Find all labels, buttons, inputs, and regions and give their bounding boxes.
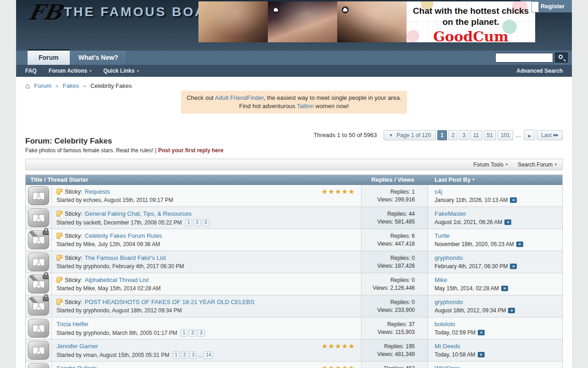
forum-description: Fake photos of famous female stars. Read… — [25, 147, 563, 154]
ad-text-panel[interactable]: Chat with the hottest chicks on the plan… — [407, 1, 535, 42]
thread-title-link[interactable]: Jennifer Garner — [57, 343, 98, 350]
column-header-lastpost[interactable]: Last Post By▾ — [428, 176, 562, 183]
thread-page-button-1[interactable]: 1 — [185, 219, 192, 226]
thread-title-link[interactable]: The Famous Board Fakir's List — [85, 254, 166, 261]
last-post-date: November 19th, 2020, 05:23 AM — [435, 241, 514, 248]
envelope-icon — [28, 253, 49, 271]
page-button-1[interactable]: 1 — [437, 130, 447, 140]
go-to-last-post-icon[interactable]: » — [516, 242, 523, 247]
sticky-note-icon — [57, 233, 62, 239]
chevron-down-icon: ▾ — [506, 162, 508, 167]
thread-title-link[interactable]: General Faking Chat, Tips, & Resources — [85, 210, 192, 217]
site-header: FB THE FAMOUS BOARD Chat with the hottes… — [16, 0, 572, 51]
last-post-user-link[interactable]: gryphondo — [435, 299, 463, 306]
last-post-user-link[interactable]: c4j — [435, 188, 442, 196]
last-post-user-link[interactable]: Mr.Deeds — [435, 343, 460, 350]
thread-table: Title / Thread Starter Replies / Views L… — [25, 174, 563, 368]
envelope-icon — [28, 363, 49, 368]
ad-line-1: Chat with the hottest chicks — [407, 6, 535, 17]
tab-whats-new[interactable]: What's New? — [70, 51, 127, 65]
thread-page-button-2[interactable]: 2 — [193, 219, 201, 226]
forum-tools-menu[interactable]: Forum Tools▾ — [473, 161, 508, 168]
nav-forum-actions[interactable]: Forum Actions▾ — [49, 68, 91, 74]
city-link[interactable]: Tallinn — [297, 103, 314, 109]
thread-page-button-2[interactable]: 2 — [189, 329, 196, 337]
thread-page-button-3[interactable]: 3 — [198, 329, 205, 337]
tab-forum[interactable]: Forum — [28, 49, 70, 65]
adult-friendfinder-link[interactable]: Adult FriendFinder — [215, 94, 264, 101]
thread-title-link[interactable]: Sandra Bullock — [57, 365, 96, 368]
page-button-101[interactable]: 101 — [498, 130, 513, 140]
thread-title-link[interactable]: Celebrity Fakes Forum Rules — [85, 232, 162, 239]
column-header-title[interactable]: Title / Thread Starter — [26, 176, 362, 183]
envelope-icon — [28, 297, 49, 316]
thread-replies: Replies: 0 — [362, 254, 415, 262]
post-first-reply-link[interactable]: Post your first reply here — [158, 147, 223, 154]
page-button-3[interactable]: 3 — [459, 130, 469, 140]
thread-replies: Replies: 0 — [362, 299, 415, 306]
thread-page-button-3[interactable]: 3 — [202, 219, 209, 226]
thread-page-button-1[interactable]: 1 — [173, 351, 180, 359]
table-row: Sticky: Alphabetical Thread List Started… — [26, 273, 562, 295]
thread-views: Views: 581,485 — [362, 218, 415, 226]
sticky-note-icon — [57, 277, 62, 283]
thread-page-button-14[interactable]: 14 — [204, 351, 213, 359]
page-button-51[interactable]: 51 — [484, 130, 496, 140]
search-input[interactable] — [495, 53, 553, 63]
nav-faq[interactable]: FAQ — [25, 68, 37, 74]
envelope-icon — [28, 186, 49, 205]
go-to-last-post-icon[interactable]: » — [478, 352, 485, 357]
site-logo[interactable]: FB — [26, 0, 64, 25]
login-field-stub[interactable] — [531, 1, 539, 12]
thread-title-link[interactable]: POST HEADSHOTS OF FAKES OF 18-21 YEAR OL… — [85, 299, 254, 305]
threads-info: Threads 1 to 50 of 5963 — [313, 132, 377, 138]
thread-page-button-2[interactable]: 2 — [181, 351, 188, 359]
ad-photo-1[interactable] — [198, 1, 268, 42]
breadcrumb-forum[interactable]: Forum — [34, 82, 51, 89]
thread-started-by: Started by sackett, December 17th, 2008 … — [57, 219, 182, 226]
search-forum-menu[interactable]: Search Forum▾ — [518, 161, 557, 168]
go-to-last-post-icon[interactable]: » — [508, 308, 515, 313]
ad-photo-3[interactable] — [337, 1, 407, 42]
last-post-user-link[interactable]: Mike — [435, 276, 447, 284]
thread-page-button-3[interactable]: 3 — [190, 351, 197, 359]
forum-page: FB THE FAMOUS BOARD Chat with the hottes… — [16, 0, 572, 368]
breadcrumb-separator-icon: » — [56, 83, 59, 89]
thread-replies: Replies: 0 — [362, 276, 415, 284]
last-post-user-link[interactable]: Turtle — [435, 232, 450, 240]
envelope-icon — [28, 319, 49, 338]
content: ⌂ Forum » Fakes » Celebrity Fakes Check … — [16, 82, 572, 368]
search-button[interactable] — [555, 52, 568, 63]
last-page-button[interactable]: Last▶▶ — [537, 130, 563, 140]
last-post-user-link[interactable]: WikiStars — [435, 365, 460, 368]
column-header-replies[interactable]: Replies / Views — [362, 176, 428, 183]
page-button-2[interactable]: 2 — [448, 130, 458, 140]
go-to-last-post-icon[interactable]: » — [504, 219, 511, 225]
page-selector-dropdown[interactable]: ▼Page 1 of 120 — [384, 130, 436, 140]
rating-stars-icon: ★★★★★ — [322, 343, 356, 350]
go-to-last-post-icon[interactable]: » — [510, 197, 517, 203]
thread-title-link[interactable]: Tricia Helfer — [57, 321, 89, 328]
last-post-user-link[interactable]: FakeMaster — [435, 210, 466, 218]
home-icon[interactable]: ⌂ — [25, 83, 30, 89]
next-page-button[interactable]: ▶ — [524, 130, 535, 140]
last-post-user-link[interactable]: gryphondo — [435, 254, 463, 262]
last-post-user-link[interactable]: bolololo — [435, 321, 455, 328]
go-to-last-post-icon[interactable]: » — [510, 264, 517, 269]
breadcrumb-fakes[interactable]: Fakes — [63, 82, 79, 89]
ad-photo-2[interactable] — [268, 1, 337, 42]
page-button-11[interactable]: 11 — [470, 130, 482, 140]
ad-brand[interactable]: GoodCum — [407, 29, 535, 45]
advanced-search-link[interactable]: Advanced Search — [516, 68, 563, 74]
thread-mini-pagination: 123 — [181, 329, 205, 337]
thread-title-link[interactable]: Alphabetical Thread List — [85, 276, 148, 283]
banner-ad[interactable]: Chat with the hottest chicks on the plan… — [198, 1, 535, 42]
sticky-prefix: Sticky: — [65, 232, 82, 239]
go-to-last-post-icon[interactable]: » — [478, 330, 485, 335]
thread-views: Views: 2,126,446 — [362, 284, 415, 292]
nav-quick-links[interactable]: Quick Links▾ — [103, 68, 139, 74]
thread-page-button-1[interactable]: 1 — [181, 329, 188, 337]
thread-mini-pagination: 123...14 — [173, 351, 214, 359]
thread-title-link[interactable]: Requests — [85, 188, 110, 195]
go-to-last-post-icon[interactable]: » — [501, 286, 508, 291]
